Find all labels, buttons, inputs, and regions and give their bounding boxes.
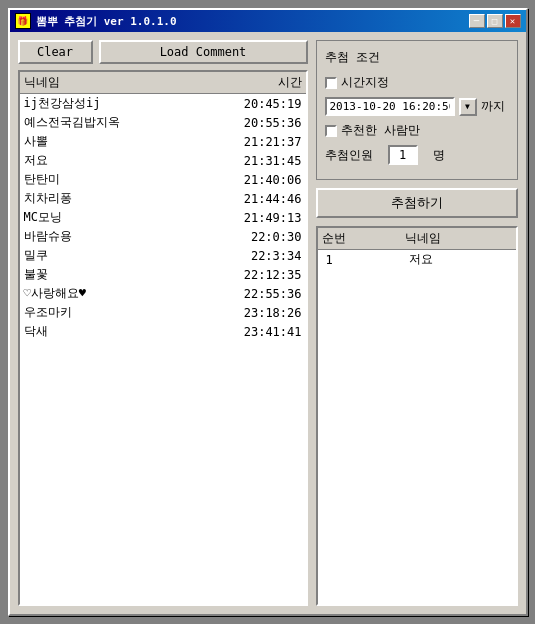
- count-row: 추첨인원 명: [325, 145, 509, 165]
- comment-row: 저요21:31:45: [20, 151, 306, 170]
- raffle-button[interactable]: 추첨하기: [316, 188, 518, 218]
- comment-nickname: 불꽃: [20, 265, 195, 284]
- comment-nickname: 밀쿠: [20, 246, 195, 265]
- comment-row: 예스전국김밥지옥20:55:36: [20, 113, 306, 132]
- recommended-checkbox[interactable]: [325, 125, 337, 137]
- comment-nickname: ♡사랑해요♥: [20, 284, 195, 303]
- load-comment-button[interactable]: Load Comment: [99, 40, 308, 64]
- clear-button[interactable]: Clear: [18, 40, 93, 64]
- comment-time: 21:31:45: [195, 151, 306, 170]
- comment-time: 21:49:13: [195, 208, 306, 227]
- comment-nickname: 우조마키: [20, 303, 195, 322]
- main-window: 🎁 뽐뿌 추첨기 ver 1.0.1.0 ─ □ ✕ Clear Load Co…: [8, 8, 528, 616]
- condition-box: 추첨 조건 시간지정 ▼ 까지 추천한 사람만: [316, 40, 518, 180]
- count-label: 추첨인원: [325, 147, 373, 164]
- time-limit-checkbox[interactable]: [325, 77, 337, 89]
- recommended-label: 추천한 사람만: [341, 122, 420, 139]
- count-input[interactable]: [388, 145, 418, 165]
- col-nickname-header: 닉네임: [20, 72, 195, 94]
- minimize-button[interactable]: ─: [469, 14, 485, 28]
- time-limit-row: 시간지정: [325, 74, 509, 91]
- datetime-input[interactable]: [325, 97, 455, 116]
- comment-row: 닥새23:41:41: [20, 322, 306, 341]
- title-bar-left: 🎁 뽐뿌 추첨기 ver 1.0.1.0: [15, 13, 177, 29]
- comment-nickname: 저요: [20, 151, 195, 170]
- result-box: 순번 닉네임 1저요: [316, 226, 518, 606]
- comment-row: 밀쿠22:3:34: [20, 246, 306, 265]
- comment-nickname: ij천강삼성ij: [20, 94, 195, 114]
- title-bar: 🎁 뽐뿌 추첨기 ver 1.0.1.0 ─ □ ✕: [10, 10, 526, 32]
- comment-nickname: 예스전국김밥지옥: [20, 113, 195, 132]
- comment-time: 21:44:46: [195, 189, 306, 208]
- result-num: 1: [318, 250, 401, 270]
- left-panel: Clear Load Comment 닉네임 시간 ij천강삼성ij20:45:…: [18, 40, 308, 606]
- result-col-nickname-header: 닉네임: [401, 228, 516, 250]
- comment-row: 탄탄미21:40:06: [20, 170, 306, 189]
- col-time-header: 시간: [195, 72, 306, 94]
- comment-nickname: 탄탄미: [20, 170, 195, 189]
- button-row: Clear Load Comment: [18, 40, 308, 64]
- close-button[interactable]: ✕: [505, 14, 521, 28]
- maximize-button[interactable]: □: [487, 14, 503, 28]
- window-body: Clear Load Comment 닉네임 시간 ij천강삼성ij20:45:…: [10, 32, 526, 614]
- comment-row: ♡사랑해요♥22:55:36: [20, 284, 306, 303]
- datetime-row: ▼ 까지: [325, 97, 509, 116]
- comment-row: 치차리퐁21:44:46: [20, 189, 306, 208]
- condition-title: 추첨 조건: [325, 49, 509, 66]
- comment-time: 21:40:06: [195, 170, 306, 189]
- datetime-suffix: 까지: [481, 98, 505, 115]
- result-row: 1저요: [318, 250, 516, 270]
- comment-time: 21:21:37: [195, 132, 306, 151]
- window-title: 뽐뿌 추첨기 ver 1.0.1.0: [36, 14, 177, 29]
- comment-nickname: MC모닝: [20, 208, 195, 227]
- result-table: 순번 닉네임 1저요: [318, 228, 516, 269]
- comment-time: 22:55:36: [195, 284, 306, 303]
- comment-table: 닉네임 시간 ij천강삼성ij20:45:19예스전국김밥지옥20:55:36사…: [20, 72, 306, 341]
- app-icon: 🎁: [15, 13, 31, 29]
- time-limit-label: 시간지정: [341, 74, 389, 91]
- recommended-row: 추천한 사람만: [325, 122, 509, 139]
- title-buttons: ─ □ ✕: [469, 14, 521, 28]
- comment-time: 22:12:35: [195, 265, 306, 284]
- comment-time: 22:0:30: [195, 227, 306, 246]
- comment-row: 바람슈용22:0:30: [20, 227, 306, 246]
- comment-time: 20:45:19: [195, 94, 306, 114]
- comment-nickname: 닥새: [20, 322, 195, 341]
- comment-nickname: 치차리퐁: [20, 189, 195, 208]
- right-panel: 추첨 조건 시간지정 ▼ 까지 추천한 사람만: [316, 40, 518, 606]
- comment-nickname: 사뽈: [20, 132, 195, 151]
- comment-row: ij천강삼성ij20:45:19: [20, 94, 306, 114]
- comment-time: 20:55:36: [195, 113, 306, 132]
- comment-time: 23:18:26: [195, 303, 306, 322]
- comment-row: 불꽃22:12:35: [20, 265, 306, 284]
- comment-time: 22:3:34: [195, 246, 306, 265]
- comment-time: 23:41:41: [195, 322, 306, 341]
- comment-nickname: 바람슈용: [20, 227, 195, 246]
- result-col-num-header: 순번: [318, 228, 401, 250]
- comment-row: 우조마키23:18:26: [20, 303, 306, 322]
- comment-list-wrapper: 닉네임 시간 ij천강삼성ij20:45:19예스전국김밥지옥20:55:36사…: [18, 70, 308, 606]
- comment-row: MC모닝21:49:13: [20, 208, 306, 227]
- datetime-dropdown-arrow[interactable]: ▼: [459, 98, 477, 116]
- result-nickname: 저요: [401, 250, 516, 270]
- count-suffix: 명: [433, 147, 445, 164]
- comment-row: 사뽈21:21:37: [20, 132, 306, 151]
